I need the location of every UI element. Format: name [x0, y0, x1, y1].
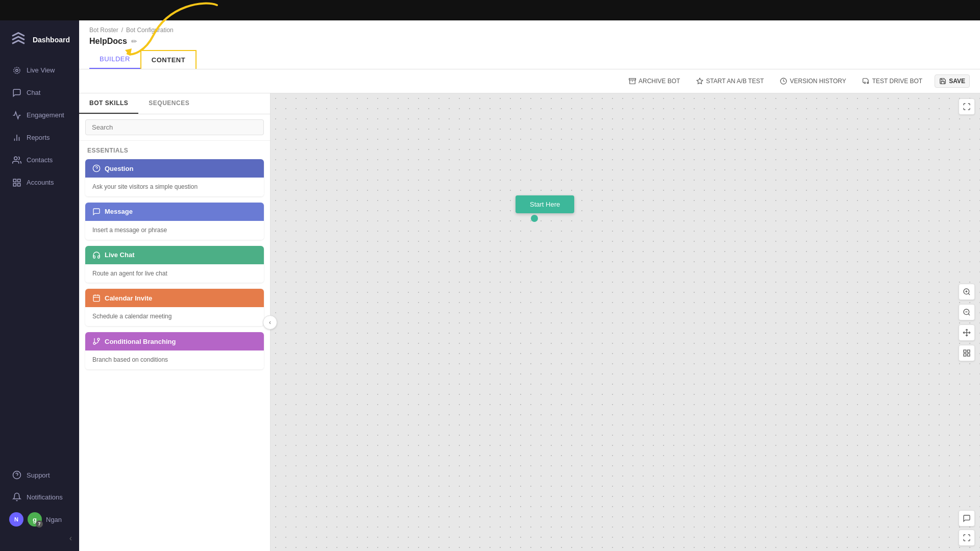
- skill-card-calendar-invite[interactable]: Calendar Invite Schedule a calendar meet…: [85, 289, 264, 326]
- zoom-out-btn[interactable]: [959, 304, 975, 320]
- main-layout: Dashboard Live View Chat Engagement Repo: [0, 20, 980, 551]
- sidebar-item-chat[interactable]: Chat: [3, 82, 76, 104]
- skill-body-question: Ask your site visitors a simple question: [85, 178, 264, 196]
- svg-rect-6: [13, 179, 16, 182]
- expand-icon: [963, 534, 971, 542]
- svg-rect-21: [93, 295, 100, 302]
- svg-rect-37: [964, 350, 966, 353]
- sidebar-item-label: Support: [27, 471, 50, 479]
- svg-rect-7: [18, 179, 20, 182]
- test-drive-btn[interactable]: TEST DRIVE BOT: [859, 75, 926, 87]
- user-avatar-n: N: [9, 512, 23, 527]
- move-icon: [963, 329, 971, 337]
- skill-card-message[interactable]: Message Insert a message or phrase: [85, 203, 264, 240]
- sidebar-item-contacts[interactable]: Contacts: [3, 149, 76, 171]
- archive-icon: [629, 78, 636, 85]
- sidebar-item-reports[interactable]: Reports: [3, 127, 76, 148]
- fullscreen-bottom-btn[interactable]: [959, 530, 975, 546]
- contacts-icon: [12, 156, 21, 165]
- headset-icon: [92, 251, 101, 259]
- chat-preview-icon: [963, 514, 971, 522]
- ab-test-icon: [696, 78, 703, 85]
- sidebar-item-accounts[interactable]: Accounts: [3, 172, 76, 193]
- archive-bot-btn[interactable]: ARCHIVE BOT: [625, 75, 684, 87]
- start-dot: [531, 215, 538, 222]
- sidebar-item-live-view[interactable]: Live View: [3, 60, 76, 81]
- branch-icon: [92, 337, 101, 345]
- svg-rect-8: [13, 183, 16, 186]
- tab-builder[interactable]: BUILDER: [89, 50, 140, 69]
- zoom-out-icon: [963, 308, 971, 316]
- collapse-sidebar-btn[interactable]: ‹: [0, 531, 79, 546]
- toolbar: ARCHIVE BOT START AN A/B TEST VERSION HI…: [79, 69, 980, 93]
- svg-rect-38: [967, 350, 970, 353]
- logo-icon: [9, 31, 28, 49]
- breadcrumb-separator: /: [121, 27, 123, 34]
- collapse-panel-btn[interactable]: ‹: [263, 315, 277, 330]
- edit-icon[interactable]: ✏: [131, 37, 137, 45]
- sidebar-item-label: Chat: [27, 89, 40, 96]
- top-bar: [0, 0, 980, 20]
- collapse-panel-icon: ‹: [269, 319, 271, 326]
- sidebar-logo[interactable]: Dashboard: [0, 26, 79, 59]
- reports-icon: [12, 133, 21, 142]
- sidebar: Dashboard Live View Chat Engagement Repo: [0, 20, 79, 551]
- skill-header-live-chat: Live Chat: [85, 246, 264, 264]
- user-avatar-container[interactable]: N g 7 Ngan: [0, 508, 79, 531]
- grid-tool-btn[interactable]: [959, 345, 975, 361]
- grid-icon: [963, 349, 971, 357]
- skill-card-question[interactable]: Question Ask your site visitors a simple…: [85, 159, 264, 196]
- ab-test-btn[interactable]: START AN A/B TEST: [692, 75, 768, 87]
- fullscreen-btn[interactable]: [959, 98, 975, 115]
- sidebar-item-label: Contacts: [27, 156, 53, 164]
- zoom-in-btn[interactable]: [959, 284, 975, 300]
- canvas-area[interactable]: Start Here: [271, 93, 980, 551]
- skills-list: Essentials Question Ask your site visito…: [79, 141, 270, 551]
- avatar-initial: N: [14, 516, 18, 522]
- car-icon: [863, 78, 870, 85]
- builder-area: BOT SKILLS SEQUENCES Essentials Qu: [79, 93, 980, 551]
- collapse-icon: ‹: [69, 534, 72, 543]
- test-drive-label: TEST DRIVE BOT: [872, 78, 922, 85]
- skill-body-calendar: Schedule a calendar meeting: [85, 307, 264, 326]
- skill-title-conditional: Conditional Branching: [105, 338, 176, 345]
- ab-test-label: START AN A/B TEST: [706, 78, 764, 85]
- canvas-top-tools: [959, 98, 975, 115]
- skills-tabs: BOT SKILLS SEQUENCES: [79, 93, 270, 114]
- calendar-icon: [92, 294, 101, 302]
- sidebar-item-engagement[interactable]: Engagement: [3, 105, 76, 126]
- skill-card-live-chat[interactable]: Live Chat Route an agent for live chat: [85, 246, 264, 283]
- content-area: Bot Roster / Bot Configuration HelpDocs …: [79, 20, 980, 551]
- sidebar-item-label: Reports: [27, 134, 50, 141]
- canvas-bottom-tools: [959, 510, 975, 546]
- chat-preview-btn[interactable]: [959, 510, 975, 527]
- svg-rect-9: [18, 183, 20, 186]
- skill-title-question: Question: [105, 165, 133, 172]
- save-btn[interactable]: SAVE: [935, 74, 970, 88]
- sidebar-item-support[interactable]: Support: [3, 464, 76, 486]
- tab-content[interactable]: CONTENT: [140, 50, 197, 69]
- sidebar-item-label: Live View: [27, 66, 55, 74]
- user-name: Ngan: [46, 516, 62, 523]
- sidebar-logo-label: Dashboard: [33, 36, 70, 44]
- message-icon: [92, 208, 101, 216]
- move-tool-btn[interactable]: [959, 324, 975, 341]
- svg-rect-40: [964, 354, 966, 356]
- essentials-label: Essentials: [85, 147, 264, 154]
- breadcrumb-parent[interactable]: Bot Roster: [89, 27, 118, 34]
- skill-title-calendar: Calendar Invite: [105, 294, 152, 302]
- sidebar-item-label: Accounts: [27, 179, 54, 186]
- svg-marker-15: [697, 78, 703, 84]
- svg-rect-39: [967, 354, 970, 356]
- skill-body-conditional: Branch based on conditions: [85, 350, 264, 369]
- sidebar-item-label: Notifications: [27, 493, 63, 501]
- start-here-btn[interactable]: Start Here: [516, 195, 574, 213]
- skill-header-conditional: Conditional Branching: [85, 332, 264, 350]
- version-history-btn[interactable]: VERSION HISTORY: [776, 75, 850, 87]
- sidebar-item-notifications[interactable]: Notifications: [3, 486, 76, 508]
- search-input[interactable]: [85, 119, 264, 135]
- skills-tab-bot-skills[interactable]: BOT SKILLS: [79, 93, 138, 114]
- skill-card-conditional[interactable]: Conditional Branching Branch based on co…: [85, 332, 264, 369]
- svg-point-18: [867, 82, 868, 84]
- skills-tab-sequences[interactable]: SEQUENCES: [138, 93, 200, 114]
